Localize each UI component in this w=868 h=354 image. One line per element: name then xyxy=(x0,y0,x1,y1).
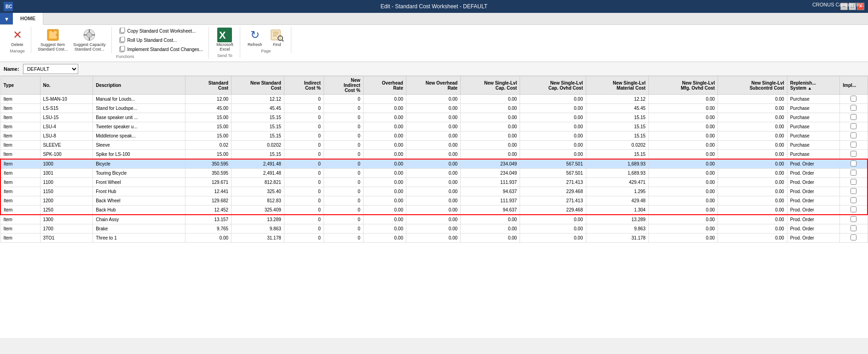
grid-container[interactable]: Type No. Description StandardCost New St… xyxy=(0,76,868,338)
cell-impl[interactable] xyxy=(840,95,868,104)
find-button[interactable]: Find xyxy=(267,27,287,48)
col-header-indirect-cost-pct[interactable]: IndirectCost % xyxy=(284,76,324,95)
cell-new-single-lvl-material-cost: 12.12 xyxy=(586,95,648,104)
cell-new-single-lvl-material-cost: 1.304 xyxy=(586,206,648,215)
cell-new-single-lvl-subcontrd-cost: 0.00 xyxy=(718,169,787,178)
suggest-items: Suggest ItemStandard Cost... Suggest Cap… xyxy=(36,27,108,52)
cell-impl[interactable] xyxy=(840,150,868,160)
cell-type: Item xyxy=(0,113,40,122)
cell-impl[interactable] xyxy=(840,215,868,224)
col-header-overhead-rate[interactable]: OverheadRate xyxy=(363,76,406,95)
table-row[interactable]: ItemLSU-15Base speaker unit ...15.0015.1… xyxy=(0,113,868,122)
name-select[interactable]: DEFAULT xyxy=(23,64,78,74)
impl-checkbox[interactable] xyxy=(851,132,856,138)
col-header-new-standard-cost[interactable]: New StandardCost xyxy=(231,76,284,95)
table-row[interactable]: ItemLS-MAN-10Manual for Louds...12.0012.… xyxy=(0,95,868,104)
suggest-capacity-label: Suggest CapacityStandard Cost... xyxy=(73,42,106,51)
tab-home[interactable]: HOME xyxy=(13,13,43,25)
cell-standard-cost: 15.00 xyxy=(185,113,231,122)
table-row[interactable]: Item3TO1Three to 10.0031.178000.000.000.… xyxy=(0,234,868,243)
impl-checkbox[interactable] xyxy=(851,114,856,120)
table-row[interactable]: Item1250Back Hub12.452325.409000.000.009… xyxy=(0,206,868,215)
table-row[interactable]: Item1200Back Wheel129.682812.83000.000.0… xyxy=(0,196,868,206)
cell-new-single-lvl-cap-cost: 94.637 xyxy=(461,206,520,215)
col-header-description[interactable]: Description xyxy=(93,76,185,95)
cell-impl[interactable] xyxy=(840,131,868,141)
impl-checkbox[interactable] xyxy=(851,160,856,166)
table-row[interactable]: Item1700Brake9.7659.863000.000.000.000.0… xyxy=(0,224,868,234)
cell-new-standard-cost: 2,491.48 xyxy=(231,169,284,178)
impl-checkbox[interactable] xyxy=(851,179,856,185)
suggest-item-button[interactable]: Suggest ItemStandard Cost... xyxy=(36,27,69,52)
cell-impl[interactable] xyxy=(840,159,868,169)
copy-worksheet-button[interactable]: Copy Standard Cost Worksheet... xyxy=(116,27,205,35)
excel-button[interactable]: X MicrosoftExcel xyxy=(214,27,236,52)
col-header-new-single-lvl-mfg-ovhd-cost[interactable]: New Single-LvlMfg. Ovhd Cost xyxy=(648,76,718,95)
cell-new-single-lvl-cap-cost: 0.00 xyxy=(461,150,520,160)
table-row[interactable]: ItemLSU-4Tweeter speaker u...15.0015.150… xyxy=(0,122,868,131)
svg-rect-15 xyxy=(121,37,125,42)
table-row[interactable]: Item1001Touring Bicycle350.5952,491.4800… xyxy=(0,169,868,178)
table-row[interactable]: Item1100Front Wheel129.671812.821000.000… xyxy=(0,178,868,187)
cell-impl[interactable] xyxy=(840,141,868,150)
impl-checkbox[interactable] xyxy=(851,151,856,157)
col-header-new-single-lvl-cap-ovhd-cost[interactable]: New Single-LvlCap. Ovhd Cost xyxy=(520,76,586,95)
table-row[interactable]: Item1300Chain Assy13.15713.289000.000.00… xyxy=(0,215,868,224)
cell-impl[interactable] xyxy=(840,113,868,122)
cell-impl[interactable] xyxy=(840,169,868,178)
impl-checkbox[interactable] xyxy=(851,206,856,212)
cell-type: Item xyxy=(0,178,40,187)
impl-checkbox[interactable] xyxy=(851,197,856,203)
col-header-type[interactable]: Type xyxy=(0,76,40,95)
table-row[interactable]: Item1000Bicycle350.5952,491.48000.000.00… xyxy=(0,159,868,169)
cell-new-single-lvl-mfg-ovhd-cost: 0.00 xyxy=(648,131,718,141)
impl-checkbox[interactable] xyxy=(851,123,856,129)
impl-checkbox[interactable] xyxy=(851,142,856,148)
cell-new-indirect-cost-pct: 0 xyxy=(324,150,363,160)
table-row[interactable]: Item1150Front Hub12.441325.40000.000.009… xyxy=(0,187,868,196)
cell-impl[interactable] xyxy=(840,196,868,206)
cell-impl[interactable] xyxy=(840,122,868,131)
suggest-capacity-button[interactable]: Suggest CapacityStandard Cost... xyxy=(71,27,108,52)
col-header-new-single-lvl-material-cost[interactable]: New Single-LvlMaterial Cost xyxy=(586,76,648,95)
impl-checkbox[interactable] xyxy=(851,225,856,231)
cell-new-single-lvl-cap-ovhd-cost: 567.501 xyxy=(520,159,586,169)
impl-checkbox[interactable] xyxy=(851,96,856,102)
cell-standard-cost: 129.671 xyxy=(185,178,231,187)
col-header-new-indirect-cost-pct[interactable]: NewIndirectCost % xyxy=(324,76,363,95)
table-row[interactable]: ItemLSU-8Middletone speak...15.0015.1500… xyxy=(0,131,868,141)
col-header-impl[interactable]: Impl... xyxy=(840,76,868,95)
col-header-new-overhead-rate[interactable]: New OverheadRate xyxy=(406,76,460,95)
cell-impl[interactable] xyxy=(840,178,868,187)
delete-button[interactable]: ✕ Delete xyxy=(8,27,27,48)
col-header-new-single-lvl-cap-cost[interactable]: New Single-LvlCap. Cost xyxy=(461,76,520,95)
impl-checkbox[interactable] xyxy=(851,188,856,194)
impl-checkbox[interactable] xyxy=(851,216,856,222)
cell-impl[interactable] xyxy=(840,224,868,234)
refresh-button[interactable]: ↻ Refresh xyxy=(245,27,265,48)
cell-overhead-rate: 0.00 xyxy=(363,187,406,196)
col-header-replenishment-system[interactable]: Replenish...System ▲ xyxy=(787,76,840,95)
table-row[interactable]: ItemSPK-100Spike for LS-10015.0015.15000… xyxy=(0,150,868,160)
cell-impl[interactable] xyxy=(840,104,868,113)
cell-overhead-rate: 0.00 xyxy=(363,95,406,104)
impl-checkbox[interactable] xyxy=(851,170,856,176)
cell-new-single-lvl-cap-cost: 234.049 xyxy=(461,159,520,169)
impl-checkbox[interactable] xyxy=(851,234,856,240)
cell-new-single-lvl-subcontrd-cost: 0.00 xyxy=(718,113,787,122)
cell-type: Item xyxy=(0,206,40,215)
cell-impl[interactable] xyxy=(840,187,868,196)
table-row[interactable]: ItemSLEEVESleeve0.020.0202000.000.000.00… xyxy=(0,141,868,150)
col-header-standard-cost[interactable]: StandardCost xyxy=(185,76,231,95)
implement-button[interactable]: Implement Standard Cost Changes... xyxy=(116,45,205,53)
roll-up-button[interactable]: Roll Up Standard Cost... xyxy=(116,36,205,44)
col-header-new-single-lvl-subcontrd-cost[interactable]: New Single-LvlSubcontrd Cost xyxy=(718,76,787,95)
cell-impl[interactable] xyxy=(840,234,868,243)
impl-checkbox[interactable] xyxy=(851,105,856,111)
table-row[interactable]: ItemLS-S15Stand for Loudspe...45.0045.45… xyxy=(0,104,868,113)
cell-impl[interactable] xyxy=(840,206,868,215)
cell-new-single-lvl-cap-ovhd-cost: 0.00 xyxy=(520,95,586,104)
col-header-no[interactable]: No. xyxy=(40,76,93,95)
cell-indirect-cost-pct: 0 xyxy=(284,196,324,206)
tab-nav-arrow[interactable]: ▾ xyxy=(0,13,13,24)
